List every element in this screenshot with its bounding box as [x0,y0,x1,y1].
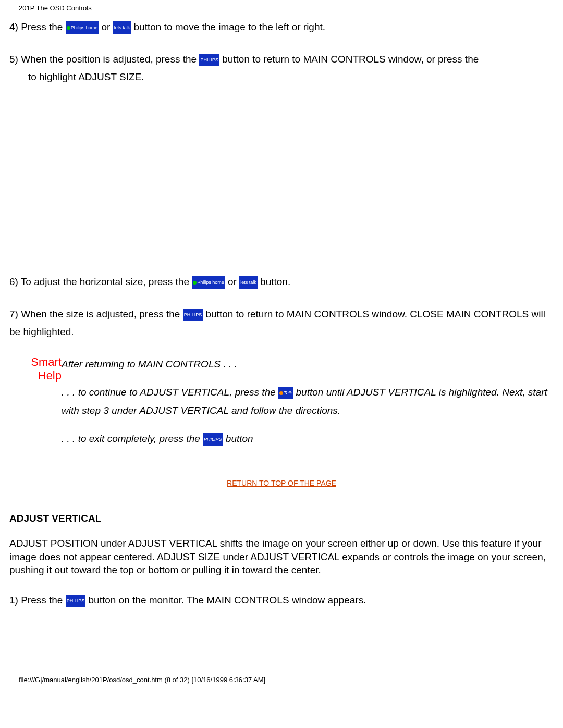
step-6-text-b: button. [260,276,290,287]
right-button-icon: lets talk [113,21,131,34]
ok-button-icon: PHILIPS [203,433,223,446]
step-6: 6) To adjust the horizontal size, press … [9,273,554,291]
ok-button-icon: PHILIPS [183,309,203,321]
step-4: 4) Press the Philips home or lets talk b… [9,18,554,36]
step-1-text-a: 1) Press the [9,595,66,606]
page-header: 201P The OSD Controls [19,4,554,12]
return-to-top-link[interactable]: RETURN TO TOP OF THE PAGE [9,479,554,487]
section-heading: ADJUST VERTICAL [9,513,554,524]
step-5-text-b: button to return to MAIN CONTROLS window… [222,54,479,65]
step-4-or: or [102,21,113,32]
step-5-text-c: to highlight ADJUST SIZE. [28,68,554,86]
image-placeholder [9,101,554,273]
step-7-text-a: 7) When the size is adjusted, press the [9,309,183,319]
smart-help-p2: . . . to continue to ADJUST VERTICAL, pr… [62,384,554,419]
page-footer: file:///G|/manual/english/201P/osd/osd_c… [19,676,554,684]
ok-button-icon: PHILIPS [199,54,219,66]
left-button-icon: Philips home [66,21,99,34]
down-button-icon: Talk [278,387,293,399]
section-body: ADJUST POSITION under ADJUST VERTICAL sh… [9,537,554,577]
ok-button-icon: PHILIPS [66,595,86,607]
step-7: 7) When the size is adjusted, press the … [9,305,554,341]
smart-help-label: Smart Help [9,355,62,458]
step-6-or: or [228,276,239,287]
step-5: 5) When the position is adjusted, press … [9,51,554,86]
smart-help-p1: After returning to MAIN CONTROLS . . . [62,355,554,373]
step-4-text-a: 4) Press the [9,21,66,32]
step-5-text-a: 5) When the position is adjusted, press … [9,54,199,65]
bottom-spacer [9,624,554,660]
smart-help-block: Smart Help After returning to MAIN CONTR… [9,355,554,458]
smart-help-p3: . . . to exit completely, press the PHIL… [62,430,554,448]
right-button-icon: lets talk [239,276,258,289]
step-1: 1) Press the PHILIPS button on the monit… [9,591,554,609]
step-6-text-a: 6) To adjust the horizontal size, press … [9,276,192,287]
divider [9,500,554,500]
step-1-text-b: button on the monitor. The MAIN CONTROLS… [89,595,366,606]
step-4-text-b: button to move the image to the left or … [134,21,326,32]
left-button-icon: Philips home [192,276,225,289]
